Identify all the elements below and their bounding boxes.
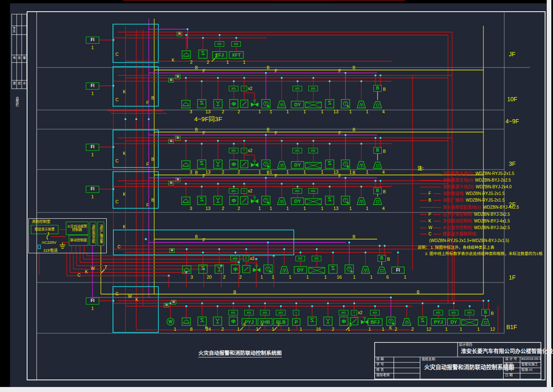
floor-display-unit-box: 楼层显示装置: [31, 225, 58, 234]
fire-alarm-controller-box: 火灾自动报警控制器: [66, 222, 88, 235]
titleblock-project-name: 淮安长菱汽车有限公司办公楼智能化设计: [461, 348, 553, 354]
floors-4-9-same-as-3f-note: 4~9F同3F: [194, 116, 222, 122]
titleblock-drawing-label: 图纸名称:: [422, 358, 436, 361]
call-119-label: 119电话: [43, 248, 58, 252]
linkage-control-panel-box: 联动控制盘: [69, 235, 88, 246]
horizontal-scrollbar[interactable]: [0, 387, 553, 392]
vertical-scrollbar[interactable]: [547, 0, 551, 387]
titleblock-project-label: 设计项目:: [459, 343, 473, 347]
ac220v-label: AC220V: [42, 240, 56, 245]
schematic-wires: [0, 0, 553, 392]
control-room-label: 消防控制室: [32, 220, 50, 224]
titleblock-drawing-name: 火灾自动报警和消防联动控制系统图: [424, 365, 514, 370]
legend-title: 注:: [418, 166, 424, 171]
fire-broadcast-equipment-box: 消防广播设备: [98, 222, 104, 246]
drawing-title: 火灾自动报警和消防联动控制系统图: [198, 351, 282, 357]
fire-phone-exchange-box: 消防电话总机: [90, 222, 96, 246]
